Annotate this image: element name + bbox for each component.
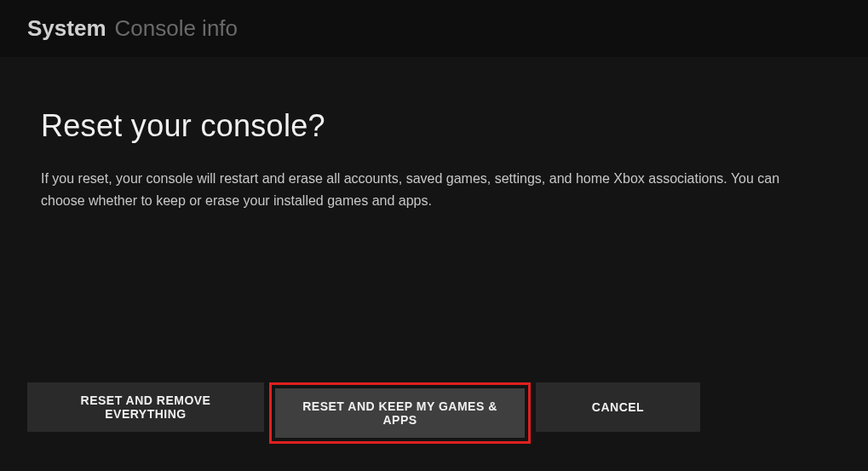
breadcrumb-secondary: Console info — [115, 15, 239, 42]
dialog-title: Reset your console? — [41, 108, 827, 144]
dialog-content: Reset your console? If you reset, your c… — [0, 57, 868, 211]
button-row: RESET AND REMOVE EVERYTHING RESET AND KE… — [27, 382, 700, 444]
reset-keep-games-button[interactable]: RESET AND KEEP MY GAMES & APPS — [275, 388, 525, 438]
dialog-description: If you reset, your console will restart … — [41, 168, 825, 211]
cancel-button[interactable]: CANCEL — [536, 382, 700, 432]
breadcrumb: System Console info — [0, 0, 868, 57]
breadcrumb-primary: System — [27, 15, 106, 42]
highlight-box: RESET AND KEEP MY GAMES & APPS — [269, 382, 531, 444]
reset-remove-everything-button[interactable]: RESET AND REMOVE EVERYTHING — [27, 382, 264, 432]
